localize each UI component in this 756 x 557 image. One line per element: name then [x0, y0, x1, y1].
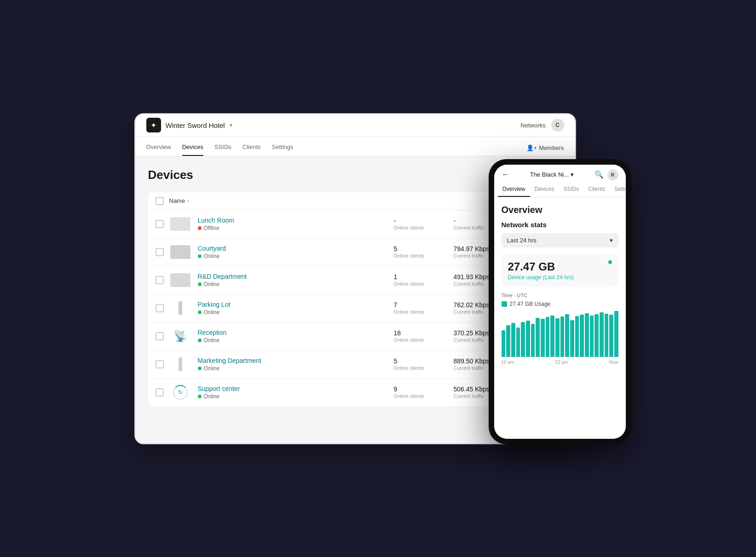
status-dot-online: [198, 310, 202, 314]
row-checkbox[interactable]: [156, 220, 164, 228]
row-checkbox[interactable]: [156, 248, 164, 256]
phone-search-icon[interactable]: 🔍: [594, 170, 604, 179]
device-info: Parking Lot Online: [198, 301, 394, 316]
device-name[interactable]: Parking Lot: [198, 301, 394, 308]
row-checkbox[interactable]: [156, 388, 164, 396]
device-status: Offline: [198, 225, 394, 231]
device-icon-placeholder: [170, 273, 190, 287]
device-icon-col: [169, 244, 191, 260]
phone-tab-devices[interactable]: Devices: [530, 182, 559, 197]
stat-label: Online clients: [394, 365, 435, 371]
chart-bar: [526, 321, 530, 357]
chart-bar: [565, 314, 569, 357]
stat-clients: 1 Online clients: [394, 273, 435, 287]
stats-value: 27.47 GB: [508, 260, 574, 273]
chart-bar: [546, 317, 550, 356]
status-label: Online: [204, 365, 220, 372]
chart-bar: [506, 325, 510, 356]
device-name[interactable]: R&D Department: [198, 273, 394, 280]
select-all-checkbox[interactable]: [156, 197, 164, 205]
device-name[interactable]: Support center: [198, 385, 394, 392]
tab-ssids[interactable]: SSIDs: [214, 144, 231, 156]
online-dot: [608, 260, 612, 264]
sort-icon[interactable]: ↑: [187, 198, 190, 204]
chart-bar: [585, 313, 589, 357]
device-status: Online: [198, 253, 394, 259]
chart-labels: 10 am 22 pm Now: [502, 360, 618, 365]
row-checkbox[interactable]: [156, 304, 164, 312]
phone-back-button[interactable]: ←: [502, 170, 510, 179]
chart-bar: [502, 330, 506, 357]
stat-value: 5: [394, 357, 435, 365]
status-dot-offline: [198, 226, 202, 230]
stat-label: Online clients: [394, 309, 435, 315]
phone-tab-clients[interactable]: Clients: [583, 182, 610, 197]
page-title: Devices: [148, 168, 193, 182]
device-name[interactable]: Lunch Room: [198, 217, 394, 224]
stat-label: Online clients: [394, 281, 435, 287]
device-info: Support center Online: [198, 385, 394, 400]
device-name[interactable]: Reception: [198, 329, 394, 336]
usage-legend: 27.47 GB Usage: [502, 301, 618, 307]
device-icon-placeholder: [170, 217, 190, 231]
phone-tab-settings[interactable]: Setti...: [610, 182, 626, 197]
chart-bar: [511, 323, 515, 357]
router-icon: 📡: [173, 330, 187, 343]
chart-bar: [531, 324, 535, 357]
phone-device: ← The Black Ni... ▾ 🔍 R Overview Devices…: [489, 159, 631, 444]
device-info: Marketing Department Online: [198, 357, 394, 372]
phone-screen: ← The Black Ni... ▾ 🔍 R Overview Devices…: [494, 165, 626, 439]
device-status: Online: [198, 365, 394, 372]
phone-org-name[interactable]: The Black Ni... ▾: [530, 171, 574, 178]
device-status: Online: [198, 309, 394, 316]
device-info: Courtyard Online: [198, 245, 394, 259]
phone-section-title: Overview: [502, 205, 618, 215]
phone-tab-ssids[interactable]: SSIDs: [559, 182, 583, 197]
phone-header-icons: 🔍 R: [594, 169, 618, 180]
header-right: Networks C: [520, 119, 564, 132]
tab-devices[interactable]: Devices: [182, 144, 203, 156]
row-checkbox[interactable]: [156, 332, 164, 340]
period-dropdown[interactable]: Last 24 hrs ▾: [502, 233, 618, 247]
members-button[interactable]: 👤+ Members: [526, 144, 564, 156]
stat-label: Online clients: [394, 393, 435, 399]
phone-avatar[interactable]: R: [607, 169, 618, 180]
stat-value: 1: [394, 273, 435, 281]
device-status: Online: [198, 393, 394, 400]
avatar[interactable]: C: [551, 119, 564, 132]
phone-org-label: The Black Ni...: [530, 171, 569, 178]
chart-bar: [536, 318, 540, 356]
row-checkbox[interactable]: [156, 360, 164, 368]
device-icon-col: [169, 300, 191, 316]
chart-bar: [580, 315, 584, 357]
row-checkbox[interactable]: [156, 276, 164, 284]
tab-overview[interactable]: Overview: [146, 144, 171, 156]
tab-clients[interactable]: Clients: [242, 144, 261, 156]
stat-clients: 9 Online clients: [394, 385, 435, 399]
phone-tab-overview[interactable]: Overview: [498, 182, 530, 197]
chart-bar: [605, 314, 609, 357]
device-name[interactable]: Marketing Department: [198, 357, 394, 364]
tab-settings[interactable]: Settings: [272, 144, 294, 156]
utc-label: Time - UTC: [502, 293, 618, 298]
status-dot-online: [198, 339, 202, 342]
phone-body: Overview Network stats Last 24 hrs ▾ 27.…: [494, 197, 626, 439]
device-name[interactable]: Courtyard: [198, 245, 394, 252]
device-info: R&D Department Online: [198, 273, 394, 287]
stat-value: 18: [394, 329, 435, 337]
stat-value: 7: [394, 301, 435, 309]
chart-bar: [590, 316, 594, 356]
app-logo: ✦: [146, 118, 161, 132]
device-icon-col: [169, 216, 191, 232]
stat-label: Online clients: [394, 253, 435, 258]
chart-label-end: Now: [609, 360, 618, 365]
networks-button[interactable]: Networks: [520, 122, 545, 129]
stats-info: 27.47 GB Device usage (Last 24 hrs): [508, 260, 574, 281]
phone-status-bar: ← The Black Ni... ▾ 🔍 R: [494, 165, 626, 182]
chart-bar: [609, 315, 613, 357]
device-icon-placeholder: [179, 357, 182, 371]
status-label: Online: [204, 281, 220, 287]
stats-card: 27.47 GB Device usage (Last 24 hrs): [502, 254, 618, 287]
device-status: Online: [198, 281, 394, 287]
org-dropdown-icon[interactable]: ▾: [230, 122, 232, 128]
